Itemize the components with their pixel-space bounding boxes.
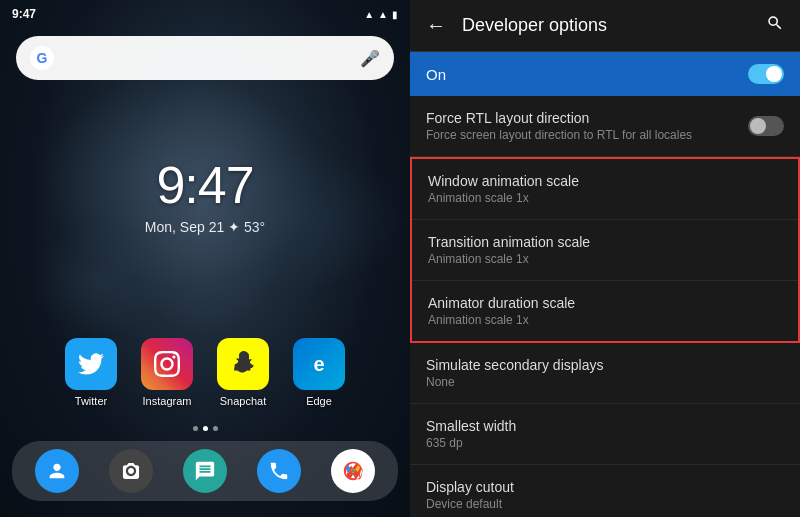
home-date: Mon, Sep 21 ✦ 53° [0, 219, 410, 235]
setting-force-rtl-subtitle: Force screen layout direction to RTL for… [426, 128, 748, 142]
instagram-label: Instagram [143, 395, 192, 407]
app-twitter[interactable]: Twitter [65, 338, 117, 407]
dock-camera[interactable] [109, 449, 153, 493]
edge-label: Edge [306, 395, 332, 407]
app-grid: Twitter Instagram Snapchat e Edge [0, 338, 410, 407]
home-screen: 9:47 ▲ ▲ ▮ G 🎤 9:47 Mon, Sep 21 ✦ 53° Tw… [0, 0, 410, 517]
transition-animation-subtitle: Animation scale 1x [428, 252, 782, 266]
window-animation-subtitle: Animation scale 1x [428, 191, 782, 205]
app-instagram[interactable]: Instagram [141, 338, 193, 407]
setting-simulate-displays[interactable]: Simulate secondary displays None [410, 343, 800, 404]
window-animation-title: Window animation scale [428, 173, 782, 189]
page-title: Developer options [462, 15, 750, 36]
developer-options-panel: ← Developer options On Force RTL layout … [410, 0, 800, 517]
snapchat-label: Snapchat [220, 395, 266, 407]
home-clock: 9:47 [0, 155, 410, 215]
twitter-label: Twitter [75, 395, 107, 407]
on-label: On [426, 66, 446, 83]
dot-2 [203, 426, 208, 431]
display-cutout-subtitle: Device default [426, 497, 784, 511]
setting-force-rtl-title: Force RTL layout direction [426, 110, 748, 126]
display-cutout-title: Display cutout [426, 479, 784, 495]
setting-force-rtl[interactable]: Force RTL layout direction Force screen … [410, 96, 800, 157]
search-bar[interactable]: G 🎤 [16, 36, 394, 80]
status-icons: ▲ ▲ ▮ [364, 9, 398, 20]
simulate-displays-title: Simulate secondary displays [426, 357, 784, 373]
home-time-widget: 9:47 Mon, Sep 21 ✦ 53° [0, 155, 410, 235]
snapchat-icon [217, 338, 269, 390]
dock-messages[interactable] [183, 449, 227, 493]
google-logo: G [30, 46, 54, 70]
edge-icon: e [293, 338, 345, 390]
mic-icon[interactable]: 🎤 [360, 49, 380, 68]
battery-icon: ▮ [392, 9, 398, 20]
smallest-width-title: Smallest width [426, 418, 784, 434]
dot-1 [193, 426, 198, 431]
smallest-width-subtitle: 635 dp [426, 436, 784, 450]
instagram-icon [141, 338, 193, 390]
dot-3 [213, 426, 218, 431]
status-time: 9:47 [12, 7, 36, 21]
dock-contacts[interactable] [35, 449, 79, 493]
animator-duration-subtitle: Animation scale 1x [428, 313, 782, 327]
setting-display-cutout[interactable]: Display cutout Device default [410, 465, 800, 517]
settings-header: ← Developer options [410, 0, 800, 52]
page-indicator [0, 426, 410, 431]
animator-duration-title: Animator duration scale [428, 295, 782, 311]
status-bar: 9:47 ▲ ▲ ▮ [0, 0, 410, 28]
back-button[interactable]: ← [426, 14, 446, 37]
app-edge[interactable]: e Edge [293, 338, 345, 407]
force-rtl-toggle[interactable] [748, 116, 784, 136]
setting-window-animation[interactable]: Window animation scale Animation scale 1… [412, 159, 798, 220]
signal-icon: ▲ [364, 9, 374, 20]
developer-toggle[interactable] [748, 64, 784, 84]
on-toggle-row[interactable]: On [410, 52, 800, 96]
setting-smallest-width[interactable]: Smallest width 635 dp [410, 404, 800, 465]
dock-phone[interactable] [257, 449, 301, 493]
setting-animator-duration[interactable]: Animator duration scale Animation scale … [412, 281, 798, 341]
simulate-displays-subtitle: None [426, 375, 784, 389]
search-button[interactable] [766, 14, 784, 37]
setting-transition-animation[interactable]: Transition animation scale Animation sca… [412, 220, 798, 281]
settings-list: Force RTL layout direction Force screen … [410, 96, 800, 517]
dock [12, 441, 398, 501]
twitter-icon [65, 338, 117, 390]
animation-scale-group: Window animation scale Animation scale 1… [410, 157, 800, 343]
wifi-icon: ▲ [378, 9, 388, 20]
transition-animation-title: Transition animation scale [428, 234, 782, 250]
app-snapchat[interactable]: Snapchat [217, 338, 269, 407]
setting-force-rtl-text: Force RTL layout direction Force screen … [426, 110, 748, 142]
dock-photos[interactable] [331, 449, 375, 493]
